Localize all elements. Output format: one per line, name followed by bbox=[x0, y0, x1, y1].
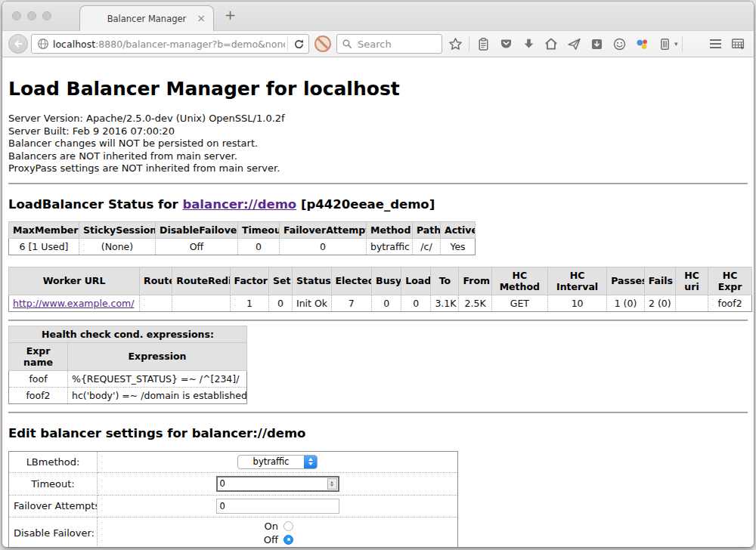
minimize-window-button[interactable] bbox=[27, 11, 36, 20]
page-content: Load Balancer Manager for localhost Serv… bbox=[2, 78, 754, 547]
failover-attempts-label: Failover Attempts: bbox=[9, 495, 98, 517]
failover-attempts-input[interactable] bbox=[216, 499, 339, 514]
search-bar[interactable] bbox=[336, 34, 442, 54]
table-header-row: Expr name Expression bbox=[9, 342, 247, 370]
page-title: Load Balancer Manager for localhost bbox=[8, 78, 748, 100]
timeout-row: Timeout: bbox=[9, 472, 458, 495]
search-input[interactable] bbox=[356, 38, 437, 51]
url-bar[interactable]: localhost:8880/balancer-manager?b=demo&n… bbox=[31, 34, 309, 54]
search-icon bbox=[342, 39, 352, 49]
radio-off-label: Off bbox=[262, 534, 278, 545]
downloads-button[interactable] bbox=[519, 34, 538, 54]
inherit-note-line: Balancers are NOT inherited from main se… bbox=[8, 150, 748, 163]
url-divider bbox=[287, 37, 288, 51]
number-stepper-icon bbox=[327, 478, 337, 490]
server-info: Server Version: Apache/2.5.0-dev (Unix) … bbox=[8, 113, 748, 175]
lbmethod-select[interactable]: bytraffic bbox=[237, 455, 318, 469]
tab-balancer-manager[interactable]: Balancer Manager × bbox=[79, 5, 214, 31]
apps-grid-button[interactable] bbox=[728, 34, 748, 54]
failover-on-radio[interactable] bbox=[284, 521, 293, 531]
tab-title: Balancer Manager bbox=[107, 14, 187, 24]
tab-close-icon[interactable]: × bbox=[197, 11, 206, 25]
colorful-dots-extension-button[interactable] bbox=[632, 34, 652, 54]
pocket-button[interactable] bbox=[496, 34, 516, 54]
window-controls bbox=[12, 11, 51, 20]
divider-rule-2 bbox=[8, 320, 748, 321]
edit-balancer-form: LBmethod: bytraffic Timeout: bbox=[8, 451, 458, 548]
table-row: foof2 hc('body') =~ /domain is establish… bbox=[9, 387, 247, 403]
disable-failover-label: Disable Failover: bbox=[9, 517, 98, 547]
bookmark-star-button[interactable] bbox=[445, 34, 465, 54]
browser-window: Balancer Manager × + localhost:8880/bala… bbox=[2, 2, 754, 547]
table-title-row: Health check cond. expressions: bbox=[9, 326, 247, 342]
close-window-button[interactable] bbox=[12, 11, 21, 20]
divider-rule-1 bbox=[8, 183, 748, 184]
failover-attempts-row: Failover Attempts: bbox=[9, 495, 458, 517]
toolbar-divider-2 bbox=[682, 36, 683, 51]
url-text: localhost:8880/balancer-manager?b=demo&n… bbox=[53, 39, 285, 50]
back-button[interactable] bbox=[8, 34, 28, 54]
table-header-row: MaxMembers StickySession DisableFailover… bbox=[9, 221, 476, 238]
radio-on-label: On bbox=[262, 521, 278, 532]
divider-rule-3 bbox=[8, 412, 748, 413]
loadbalancer-status-heading: LoadBalancer Status for balancer://demo … bbox=[8, 197, 748, 212]
health-check-table: Health check cond. expressions: Expr nam… bbox=[8, 326, 247, 404]
select-stepper-icon bbox=[304, 456, 317, 468]
persist-note-line: Balancer changes will NOT be persisted o… bbox=[8, 138, 748, 150]
worker-table: Worker URL Route RouteRedir Factor Set S… bbox=[8, 267, 752, 312]
url-path: :8880/balancer-manager?b=demo&nonce=decc… bbox=[95, 39, 285, 50]
server-version-line: Server Version: Apache/2.5.0-dev (Unix) … bbox=[8, 113, 748, 125]
balancer-demo-link[interactable]: balancer://demo bbox=[182, 197, 296, 212]
table-row: foof %{REQUEST_STATUS} =~ /^[234]/ bbox=[9, 370, 247, 387]
back-arrow-icon bbox=[12, 38, 24, 50]
balancer-status-table: MaxMembers StickySession DisableFailover… bbox=[8, 221, 476, 255]
menu-hamburger-button[interactable] bbox=[705, 34, 725, 54]
table-row: http://www.example.com/ 1 0 Init Ok 7 0 … bbox=[9, 295, 752, 311]
timeout-label: Timeout: bbox=[9, 472, 98, 495]
table-header-row: Worker URL Route RouteRedir Factor Set S… bbox=[9, 267, 752, 295]
images-blocked-icon[interactable] bbox=[314, 36, 331, 52]
zoom-window-button[interactable] bbox=[42, 11, 51, 20]
hamburger-icon bbox=[710, 39, 721, 48]
url-host: localhost bbox=[53, 39, 95, 50]
container-dropdown-caret-icon[interactable]: ▾ bbox=[674, 40, 678, 48]
disable-failover-row: Disable Failover: On Off bbox=[9, 517, 458, 547]
lbmethod-label: LBmethod: bbox=[9, 451, 98, 472]
navigation-toolbar: localhost:8880/balancer-manager?b=demo&n… bbox=[2, 30, 754, 57]
container-button[interactable] bbox=[655, 34, 674, 54]
lbmethod-row: LBmethod: bytraffic bbox=[9, 451, 458, 472]
reload-button[interactable] bbox=[290, 39, 307, 50]
home-button[interactable] bbox=[541, 34, 561, 54]
reading-list-button[interactable] bbox=[473, 34, 493, 54]
edit-balancer-heading: Edit balancer settings for balancer://de… bbox=[8, 426, 748, 440]
reload-icon bbox=[293, 39, 305, 50]
site-identity-globe-icon bbox=[37, 38, 49, 50]
health-table-title: Health check cond. expressions: bbox=[9, 326, 247, 342]
toolbar-divider bbox=[469, 36, 469, 51]
tab-bar: Balancer Manager × + bbox=[2, 2, 754, 30]
feedback-smiley-button[interactable] bbox=[609, 34, 629, 54]
send-tab-button[interactable] bbox=[564, 34, 584, 54]
server-built-line: Server Built: Feb 9 2016 07:00:20 bbox=[8, 125, 748, 138]
timeout-input[interactable] bbox=[216, 476, 339, 492]
failover-off-radio[interactable] bbox=[284, 535, 293, 545]
proxypass-note-line: ProxyPass settings are NOT inherited fro… bbox=[8, 162, 748, 175]
worker-url-link[interactable]: http://www.example.com/ bbox=[13, 298, 134, 309]
new-tab-button[interactable]: + bbox=[225, 7, 236, 23]
save-page-button[interactable] bbox=[587, 34, 606, 54]
table-row: 6 [1 Used] (None) Off 0 0 bytraffic /c/ … bbox=[9, 238, 476, 255]
